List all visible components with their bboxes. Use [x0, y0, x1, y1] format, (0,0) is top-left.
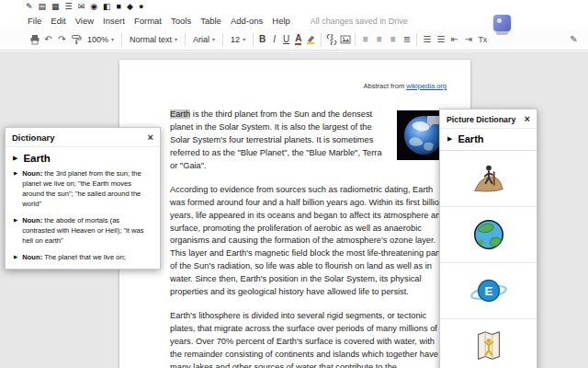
selected-word[interactable]: Earth	[170, 109, 190, 119]
insert-image-icon[interactable]	[338, 34, 352, 45]
paragraph-style-select[interactable]: Normal text ▾	[125, 35, 182, 44]
entry-triangle-icon[interactable]: ▶	[14, 170, 17, 209]
close-icon[interactable]: ×	[525, 114, 530, 124]
toolbar-separator	[121, 33, 122, 46]
dictionary-panel-header: Dictionary ×	[6, 128, 160, 147]
planet-letter: E	[484, 284, 492, 298]
hiker-clipart	[469, 159, 508, 198]
dictionary-entry: ▶ Noun: the 3rd planet from the sun; the…	[6, 168, 160, 209]
menu-edit[interactable]: Edit	[51, 16, 65, 26]
toolbar-separator	[253, 33, 254, 46]
bold-button[interactable]: B	[256, 34, 268, 44]
abstract-prefix: Abstract from	[364, 82, 407, 90]
toolbar-separator	[185, 33, 186, 46]
font-select[interactable]: Arial ▾	[188, 35, 220, 44]
picture-dictionary-header: Picture Dictionary ×	[440, 109, 537, 129]
font-size-value: 12	[231, 35, 240, 44]
indent-icon[interactable]: ⇥	[461, 35, 475, 44]
dictionary-entry: ▶ Noun: the abode of mortals (as contras…	[6, 215, 160, 246]
print-icon[interactable]	[28, 34, 41, 45]
redo-icon[interactable]: ↷	[55, 35, 69, 44]
picture-result-hiker[interactable]	[440, 151, 537, 207]
active-extension-icon[interactable]	[493, 15, 511, 31]
menu-addons[interactable]: Add-ons	[231, 16, 263, 26]
entry-triangle-icon[interactable]: ▶	[14, 254, 17, 262]
menu-view[interactable]: View	[75, 16, 94, 26]
paragraph-1-text: is the third planet from the Sun and the…	[170, 109, 382, 170]
chevron-down-icon: ▾	[175, 36, 177, 42]
entry-pos: Noun:	[22, 253, 42, 261]
numbered-list-icon[interactable]: ☰	[420, 35, 434, 44]
paragraph-1: Earth is the third planet from the Sun a…	[170, 109, 447, 173]
zoom-value: 100%	[87, 35, 108, 44]
paint-format-icon[interactable]	[69, 34, 83, 45]
zoom-select[interactable]: 100% ▾	[83, 35, 119, 44]
browser-extension-row: ✎ ▤ ▦ ☰ ✉ ◉ ◧ ■ ◆ ●	[0, 0, 588, 13]
picture-result-planet-e[interactable]: E	[440, 263, 537, 319]
chevron-down-icon: ▾	[212, 36, 215, 42]
menu-tools[interactable]: Tools	[171, 16, 191, 26]
chart-icon[interactable]: ◧	[103, 3, 111, 11]
abstract-line: Abstract from wikipedia.org	[170, 82, 447, 90]
picture-word-row: ▶ Earth	[440, 129, 537, 151]
insert-link-icon[interactable]	[324, 34, 338, 45]
picture-result-map-figure[interactable]	[440, 319, 537, 368]
book-icon[interactable]: ▤	[39, 3, 47, 11]
toolbar-separator	[355, 33, 356, 46]
toolbar-separator	[222, 33, 223, 46]
menu-format[interactable]: Format	[134, 16, 162, 26]
planet-e-clipart: E	[469, 271, 508, 310]
undo-icon[interactable]: ↶	[41, 35, 55, 44]
dictionary-entry: ▶ Noun: The planet that we live on;	[6, 252, 160, 262]
diamond-icon[interactable]: ◆	[127, 3, 133, 11]
menu-icon[interactable]: ☰	[65, 3, 73, 11]
menu-table[interactable]: Table	[200, 16, 221, 26]
italic-button[interactable]: I	[268, 34, 280, 44]
editing-mode-pencil-icon[interactable]: ✎	[567, 35, 581, 44]
wikipedia-link[interactable]: wikipedia.org	[406, 82, 447, 90]
bulleted-list-icon[interactable]: ☰	[434, 35, 447, 44]
toolbar-separator	[321, 33, 322, 46]
entry-triangle-icon[interactable]: ▶	[14, 217, 17, 246]
entry-pos: Noun:	[22, 169, 42, 178]
entry-definition: The planet that we live on;	[42, 253, 126, 261]
text-color-button[interactable]: A	[295, 33, 301, 45]
menu-help[interactable]: Help	[272, 16, 290, 26]
picture-result-globe[interactable]	[440, 207, 537, 263]
align-center-icon[interactable]: ≡	[372, 35, 386, 44]
picture-word: Earth	[458, 133, 483, 144]
picture-dictionary-title: Picture Dictionary	[447, 115, 515, 124]
grid-icon[interactable]: ▦	[51, 3, 60, 11]
globe-clipart	[469, 215, 508, 254]
mail-icon[interactable]: ✉	[78, 3, 85, 11]
dictionary-word: Earth	[23, 153, 50, 164]
square-icon[interactable]: ■	[117, 3, 121, 11]
picture-dictionary-panel: Picture Dictionary × ▶ Earth	[439, 109, 537, 368]
highlight-color-button[interactable]	[304, 34, 318, 44]
dot-icon[interactable]: ●	[139, 3, 143, 11]
play-triangle-icon[interactable]: ▶	[13, 155, 17, 162]
map-figure-clipart	[469, 328, 508, 366]
menu-file[interactable]: File	[28, 16, 41, 26]
outdent-icon[interactable]: ⇤	[447, 35, 461, 44]
play-triangle-icon[interactable]: ▶	[447, 135, 452, 143]
align-right-icon[interactable]: ≡	[386, 35, 400, 44]
camera-icon[interactable]: ◉	[90, 3, 97, 11]
entry-pos: Noun:	[22, 216, 42, 224]
document-page[interactable]: Abstract from wikipedia.org Earth is the	[119, 60, 470, 368]
dictionary-panel-title: Dictionary	[12, 132, 54, 143]
paragraph-3: Earth's lithosphere is divided into seve…	[170, 310, 447, 368]
clear-formatting-button[interactable]: Tx	[478, 35, 487, 44]
align-left-icon[interactable]: ≡	[358, 35, 372, 44]
close-icon[interactable]: ×	[148, 132, 153, 143]
google-docs-app: ✎ ▤ ▦ ☰ ✉ ◉ ◧ ■ ◆ ● File Edit View Inser…	[0, 0, 588, 368]
underline-button[interactable]: U	[280, 34, 292, 44]
toolbar-separator	[416, 33, 417, 46]
menu-insert[interactable]: Insert	[103, 16, 125, 26]
dictionary-panel: Dictionary × ▶ Earth ▶ Noun: the 3rd pla…	[5, 127, 161, 270]
font-size-select[interactable]: 12 ▾	[226, 35, 250, 44]
pencil-icon[interactable]: ✎	[26, 3, 33, 11]
line-spacing-icon[interactable]: ≣	[400, 35, 413, 44]
chevron-down-icon: ▾	[243, 36, 245, 42]
chevron-down-icon: ▾	[111, 36, 114, 42]
